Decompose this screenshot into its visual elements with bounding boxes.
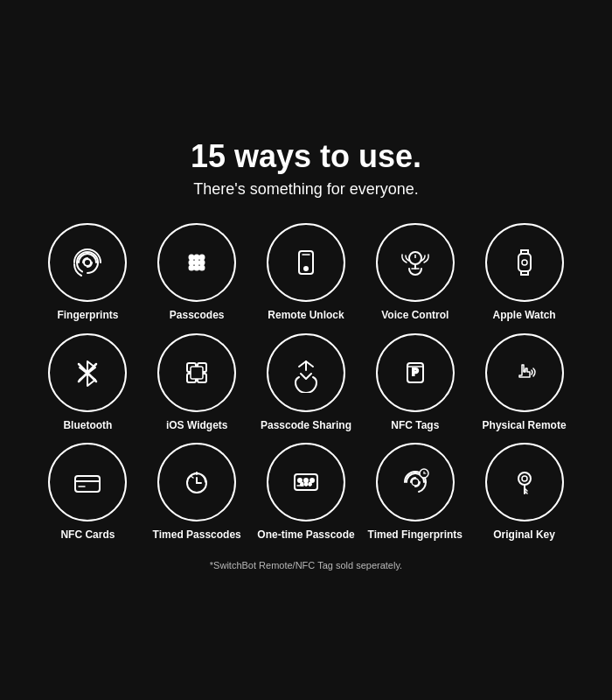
svg-point-49: [412, 479, 419, 486]
apple-watch-icon-circle: [485, 223, 564, 302]
physical-remote-icon-circle: [485, 333, 564, 412]
one-time-passcode-icon-circle: * * *: [267, 443, 345, 522]
svg-rect-32: [191, 367, 203, 379]
one-time-passcode-label: One-time Passcode: [257, 528, 354, 542]
item-fingerprints: Fingerprints: [35, 223, 141, 323]
card: 15 ways to use. There's something for ev…: [9, 112, 603, 588]
svg-point-53: [518, 472, 531, 485]
bluetooth-label: Bluetooth: [63, 419, 112, 433]
svg-point-9: [200, 266, 205, 270]
item-timed-fingerprints: Timed Fingerprints: [362, 443, 468, 542]
main-subtitle: There's something for everyone.: [193, 180, 419, 199]
features-grid: Fingerprints Passcodes: [35, 223, 577, 542]
original-key-label: Original Key: [493, 528, 555, 542]
passcodes-label: Passcodes: [170, 309, 225, 323]
timed-passcodes-icon: [177, 462, 217, 502]
svg-point-54: [522, 476, 527, 481]
voice-control-icon: [395, 242, 435, 283]
item-physical-remote: Physical Remote: [471, 333, 577, 433]
original-key-icon-circle: [485, 443, 564, 522]
timed-fingerprints-icon: [395, 462, 435, 502]
apple-watch-label: Apple Watch: [492, 309, 555, 323]
nfc-cards-icon-circle: [48, 443, 127, 522]
svg-rect-36: [75, 476, 100, 492]
main-title: 15 ways to use.: [191, 138, 421, 175]
ios-widgets-icon: [177, 353, 217, 393]
svg-point-6: [200, 261, 205, 265]
item-one-time-passcode: * * * One-time Passcode: [254, 443, 359, 542]
svg-rect-16: [518, 254, 531, 271]
svg-point-3: [200, 256, 205, 260]
item-timed-passcodes: Timed Passcodes: [144, 443, 250, 542]
svg-line-27: [80, 374, 87, 380]
svg-point-5: [195, 261, 199, 265]
bluetooth-icon: [67, 353, 108, 393]
physical-remote-label: Physical Remote: [483, 419, 567, 433]
svg-point-8: [195, 266, 199, 270]
svg-point-23: [522, 260, 527, 265]
ios-widgets-icon-circle: [157, 333, 236, 412]
fingerprints-label: Fingerprints: [57, 309, 118, 323]
passcodes-icon-circle: [157, 223, 236, 302]
item-apple-watch: Apple Watch: [471, 223, 577, 323]
svg-point-0: [84, 259, 91, 266]
one-time-passcode-icon: * * *: [286, 462, 326, 502]
timed-passcodes-label: Timed Passcodes: [153, 528, 241, 542]
svg-text:* * *: * * *: [301, 482, 311, 488]
fingerprints-icon: [67, 242, 108, 283]
passcode-sharing-icon-circle: [267, 333, 345, 412]
apple-watch-icon: [504, 242, 545, 283]
physical-remote-icon: [504, 353, 545, 393]
ios-widgets-label: iOS Widgets: [166, 419, 228, 433]
remote-unlock-icon: [286, 242, 326, 283]
passcode-sharing-icon: [286, 353, 326, 393]
item-voice-control: Voice Control: [362, 223, 468, 323]
fingerprints-icon-circle: [48, 223, 127, 302]
item-nfc-cards: NFC Cards: [35, 443, 141, 542]
svg-point-11: [304, 267, 308, 270]
item-original-key: Original Key: [471, 443, 577, 542]
nfc-tags-icon-circle: P: [376, 333, 455, 412]
svg-point-2: [195, 256, 199, 260]
original-key-icon: [504, 462, 545, 502]
item-ios-widgets: iOS Widgets: [144, 333, 250, 433]
nfc-tags-label: NFC Tags: [391, 419, 439, 433]
passcodes-icon: [177, 242, 217, 283]
timed-fingerprints-label: Timed Fingerprints: [368, 528, 462, 542]
svg-point-7: [190, 266, 194, 270]
voice-control-label: Voice Control: [381, 309, 449, 323]
timed-passcodes-icon-circle: [157, 443, 236, 522]
nfc-tags-icon: P: [395, 353, 435, 393]
bluetooth-icon-circle: [48, 333, 127, 412]
item-bluetooth: Bluetooth: [35, 333, 141, 433]
svg-text:P: P: [412, 367, 418, 377]
item-passcodes: Passcodes: [144, 223, 250, 323]
remote-unlock-label: Remote Unlock: [268, 309, 344, 323]
nfc-cards-label: NFC Cards: [60, 528, 115, 542]
footnote: *SwitchBot Remote/NFC Tag sold seperatel…: [210, 560, 402, 570]
item-nfc-tags: P NFC Tags: [362, 333, 468, 433]
remote-unlock-icon-circle: [267, 223, 345, 302]
item-remote-unlock: Remote Unlock: [254, 223, 359, 323]
timed-fingerprints-icon-circle: [376, 443, 455, 522]
passcode-sharing-label: Passcode Sharing: [261, 419, 351, 433]
svg-point-1: [190, 256, 194, 260]
voice-control-icon-circle: [376, 223, 455, 302]
nfc-cards-icon: [67, 462, 108, 502]
item-passcode-sharing: Passcode Sharing: [254, 333, 359, 433]
svg-point-4: [190, 261, 194, 265]
